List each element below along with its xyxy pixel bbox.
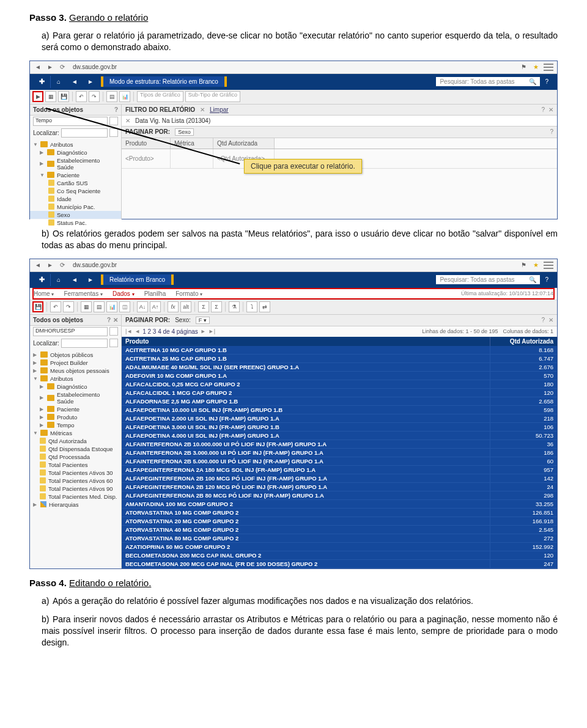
help-small-2[interactable]: ? (107, 317, 111, 323)
tree2-m2[interactable]: Qtd Processada (30, 453, 121, 461)
table-row[interactable]: AMANTADINA 100 MG COMP GRUPO 233.255 (122, 500, 557, 509)
table-row[interactable]: ALFAPEGINTERFERONA 2B 100 MCG PÓ LIOF IN… (122, 474, 557, 483)
dh-qtd[interactable]: Qtd Autorizada (490, 337, 557, 346)
dm-select[interactable]: DMHORUSESP (33, 327, 108, 336)
sus-logo-2[interactable] (34, 274, 51, 286)
tree2-myobj[interactable]: ▶Meus objetos pessoais (30, 367, 121, 375)
dh-produto[interactable]: Produto (122, 337, 490, 346)
table-row[interactable]: ACITRETINA 10 MG CAP GRUPO 1.B8.168 (122, 346, 557, 355)
table-row[interactable]: ACITRETINA 25 MG CAP GRUPO 1.B6.747 (122, 355, 557, 363)
tb-sort-desc[interactable]: A↑ (150, 301, 161, 312)
tb-redo[interactable]: ↷ (63, 301, 74, 312)
table-row[interactable]: ALFAEPOETINA 3.000 UI SOL INJ (FR-AMP) G… (122, 423, 557, 432)
table-row[interactable]: ALFADORNASE 2,5 MG AMP GRUPO 1.B2.658 (122, 397, 557, 406)
tree2-objpub[interactable]: ▶Objetos públicos (30, 351, 121, 359)
tab-formato[interactable]: Formato ▾ (175, 290, 202, 297)
search-icon-2[interactable]: 🔍 (529, 276, 536, 283)
tree2-m1[interactable]: Qtd Dispensada Estoque (30, 445, 121, 453)
pager-next[interactable]: ► (201, 328, 206, 334)
tb-drill[interactable]: ⤵ (246, 301, 257, 312)
tree-estabelecimento[interactable]: ▶Estabelecimento Saúde (30, 156, 121, 171)
paginate-help[interactable]: ? (550, 128, 553, 135)
pager-pages[interactable]: 1 2 3 4 de 4 páginas (142, 328, 198, 335)
search-input-2[interactable]: Pesquisar: Todas as pastas 🔍 (436, 275, 540, 284)
help-icon-2[interactable]: ? (545, 276, 548, 283)
table-row[interactable]: ALFAPEGINTERFERONA 2B 120 MCG PÓ LIOF IN… (122, 483, 557, 491)
tree-diagnostico[interactable]: ▶Diagnóstico (30, 149, 121, 156)
tree-idade[interactable]: Idade (30, 195, 121, 203)
tree2-hier[interactable]: ▶Hierarquias (30, 501, 121, 509)
tree2-m6[interactable]: Total Pacientes Ativos 90 (30, 485, 121, 493)
forward-icon-2[interactable]: ► (46, 261, 54, 270)
tb-filter[interactable]: ⚗ (229, 301, 240, 312)
design-button[interactable]: ▦ (45, 91, 56, 102)
pager-prev[interactable]: ◄ (135, 328, 140, 334)
help-icon[interactable]: ? (545, 78, 548, 85)
tb-sort-asc[interactable]: A↓ (137, 301, 148, 312)
search-icon[interactable]: 🔍 (529, 78, 536, 85)
tab-home[interactable]: Home ▾ (34, 290, 54, 297)
tree-municipio[interactable]: Município Pac. (30, 203, 121, 211)
tb-undo[interactable]: ↶ (50, 301, 61, 312)
localizar-input[interactable] (61, 128, 108, 138)
tb-sigma1[interactable]: Σ (198, 301, 209, 312)
pager-first[interactable]: |◄ (125, 328, 132, 334)
sus-logo[interactable] (34, 76, 51, 88)
nav-left-icon-2[interactable]: ◄ (69, 274, 80, 285)
tree-atributos[interactable]: ▼Atributos (30, 141, 121, 149)
search-input[interactable]: Pesquisar: Todas as pastas 🔍 (436, 77, 540, 86)
paginate-close-2[interactable]: ✕ (548, 317, 553, 323)
col-metrica[interactable]: Métrica (171, 138, 213, 149)
paginar-sexo-chip[interactable]: Sexo (175, 128, 194, 136)
home-icon[interactable]: ⌂ (53, 76, 64, 87)
back-icon-2[interactable]: ◄ (34, 261, 42, 270)
table-row[interactable]: ALFAINTERFERONA 2B 10.000.000 UI PÓ LIOF… (122, 440, 557, 449)
table-row[interactable]: ATORVASTATINA 80 MG COMP GRUPO 2272 (122, 534, 557, 543)
sexo-select[interactable]: F ▾ (196, 317, 210, 324)
undo-button[interactable]: ↶ (76, 91, 87, 102)
col-qtd[interactable]: Qtd Autorizada (213, 138, 275, 149)
reload-icon[interactable]: ⟳ (58, 63, 67, 72)
redo-button[interactable]: ↷ (89, 91, 100, 102)
chart-subtype-drop[interactable]: Sub-Tipo de Gráfico (185, 91, 240, 102)
grid-button[interactable]: ▤ (106, 91, 117, 102)
back-icon[interactable]: ◄ (34, 63, 42, 72)
tree-status[interactable]: Status Pac. (30, 219, 121, 227)
tb-design[interactable]: ▦ (81, 301, 92, 312)
tb-fx[interactable]: fx (168, 301, 179, 312)
tree2-m5[interactable]: Total Pacientes Ativos 60 (30, 477, 121, 485)
tb-pivot[interactable]: ⇄ (259, 301, 270, 312)
hamburger-icon[interactable] (544, 64, 553, 71)
tree2-atributos[interactable]: ▼Atributos (30, 375, 121, 383)
tree2-tempo[interactable]: ▶Tempo (30, 421, 121, 429)
save-button[interactable]: 💾 (58, 91, 69, 102)
nav-right-icon[interactable]: ► (85, 76, 96, 87)
table-row[interactable]: ATORVASTATINA 10 MG COMP GRUPO 2126.851 (122, 509, 557, 517)
nav-left-icon[interactable]: ◄ (69, 76, 80, 87)
tree-cartaosus[interactable]: Cartão SUS (30, 179, 121, 187)
tree2-metricas[interactable]: ▼Métricas (30, 429, 121, 437)
tree2-m4[interactable]: Total Pacientes Ativos 30 (30, 469, 121, 477)
chart-button[interactable]: 📊 (119, 91, 130, 102)
tb-gridchart[interactable]: ◫ (119, 301, 130, 312)
star-icon-2[interactable]: ★ (531, 261, 540, 270)
tb-chart[interactable]: 📊 (106, 301, 117, 312)
table-row[interactable]: ADALIMUMABE 40 MG/ML SOL INJ (SER PREENC… (122, 363, 557, 372)
table-row[interactable]: ALFAPEGINTERFERONA 2B 80 MCG PÓ LIOF INJ… (122, 491, 557, 500)
tab-ferramentas[interactable]: Ferramentas ▾ (64, 290, 102, 297)
tree-coseq[interactable]: Co Seq Paciente (30, 187, 121, 195)
table-row[interactable]: ATORVASTATINA 20 MG COMP GRUPO 2166.918 (122, 517, 557, 526)
table-row[interactable]: BECLOMETASONA 200 MCG CAP INAL (FR DE 10… (122, 560, 557, 568)
table-row[interactable]: ALFAINTERFERONA 2B 3.000.000 UI PÓ LIOF … (122, 449, 557, 457)
localizar-search-2[interactable] (109, 339, 118, 347)
table-row[interactable]: ALFAINTERFERONA 2B 5.000.000 UI PÓ LIOF … (122, 457, 557, 466)
nav-right-icon-2[interactable]: ► (85, 274, 96, 285)
paginate-help-2[interactable]: ? (541, 317, 545, 323)
table-row[interactable]: ALFAEPOETINA 2.000 UI SOL INJ (FR-AMP) G… (122, 414, 557, 423)
table-row[interactable]: ALFACALCIDOL 1 MCG CAP GRUPO 2120 (122, 389, 557, 397)
forward-icon[interactable]: ► (46, 63, 54, 72)
help-small-icon[interactable]: ? (114, 106, 118, 113)
tb-alt[interactable]: alt (180, 301, 191, 312)
chart-type-drop[interactable]: Tipos de Gráfico (137, 91, 183, 102)
tree2-estab[interactable]: ▶Estabelecimento Saúde (30, 391, 121, 405)
